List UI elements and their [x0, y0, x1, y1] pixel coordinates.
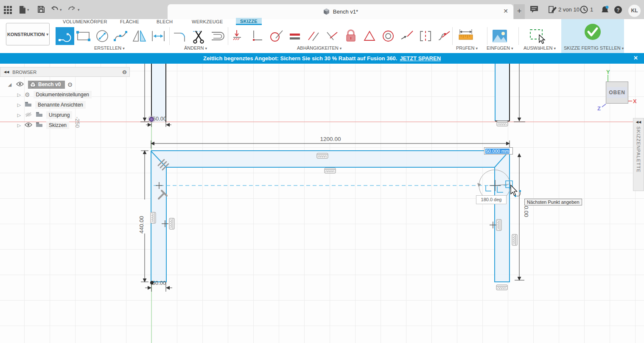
- folder-icon: [36, 122, 43, 129]
- expander-benannte-ansichten[interactable]: ▷: [16, 102, 22, 108]
- pages-count-label[interactable]: 2 von 10: [558, 6, 580, 13]
- insert-image-tool[interactable]: [490, 27, 509, 45]
- aendern-group-label[interactable]: ÄNDERN ▾: [184, 45, 207, 51]
- rectangle-tool[interactable]: [74, 27, 93, 45]
- palette-collapse-icon[interactable]: ◀◀: [636, 120, 641, 124]
- cursor-tooltip: Nächsten Punkt angeben: [524, 199, 582, 205]
- expander-dokumenteinstellungen[interactable]: ▷: [16, 92, 22, 98]
- save-icon[interactable]: [37, 6, 45, 15]
- leg-corner-point[interactable]: [150, 281, 154, 284]
- midpoint-constraint-icon[interactable]: [360, 27, 379, 45]
- skizze-fertig-stellen-button[interactable]: SKIZZE FERTIG STELLEN ▾: [561, 19, 624, 53]
- pruefen-group-label[interactable]: PRüFEN ▾: [456, 45, 478, 51]
- sketch-palette-tab[interactable]: ◀◀ SKIZZENPALETTE: [633, 118, 644, 191]
- svg-text:440.00[interactable]: 440.00: [138, 216, 145, 233]
- tab-blech[interactable]: BLECH: [157, 19, 173, 27]
- tab-volumenkoerper[interactable]: VOLUMENKÖRPER: [63, 19, 107, 27]
- axis-z-label[interactable]: Z: [597, 105, 601, 112]
- new-tab-button[interactable]: +: [514, 4, 525, 19]
- notifications-bell-icon[interactable]: [601, 6, 609, 16]
- browser-minus-icon[interactable]: ⊖: [122, 69, 127, 75]
- history-count: 1: [590, 6, 593, 13]
- root-visibility-eye-icon[interactable]: [16, 82, 24, 88]
- tree-item-ursprung[interactable]: Ursprung: [46, 111, 72, 119]
- equal-constraint-icon[interactable]: [286, 27, 304, 45]
- expander-skizzen[interactable]: ▷: [16, 123, 22, 128]
- avatar[interactable]: KL: [628, 5, 641, 17]
- browser-collapse-icon[interactable]: ◀◀: [4, 70, 9, 74]
- point-markers: [156, 180, 501, 228]
- offset-tool[interactable]: [208, 27, 227, 45]
- undo-caret[interactable]: ▾: [60, 8, 62, 12]
- upper-right-profile[interactable]: [495, 64, 510, 121]
- component-cube-icon: [30, 82, 36, 88]
- redo-icon[interactable]: [68, 6, 76, 15]
- tab-werkzeuge[interactable]: WERKZEUGE: [192, 19, 223, 27]
- tab-close-icon[interactable]: ✕: [503, 8, 508, 14]
- browser-panel: ◀◀ BROWSER ⊖ ◢ Bench v0 ⊙ ▷ ⚙ Dokumentei…: [0, 67, 130, 130]
- circle-tool[interactable]: [93, 27, 112, 45]
- document-tab[interactable]: Bench v1* ✕: [168, 4, 513, 19]
- undo-icon[interactable]: [50, 6, 59, 15]
- finish-check-icon: [584, 23, 602, 41]
- curvature-constraint-icon[interactable]: [435, 27, 454, 45]
- axis-x-label[interactable]: X: [633, 98, 637, 104]
- concentric-constraint-icon[interactable]: [379, 27, 398, 45]
- tangent-constraint-icon[interactable]: [267, 27, 286, 45]
- svg-text:1200.00[interactable]: 1200.00: [320, 136, 341, 142]
- angle-input[interactable]: 180.0 deg: [476, 195, 507, 204]
- spline-tool[interactable]: [112, 27, 130, 45]
- measure-tool[interactable]: [456, 27, 475, 45]
- activate-radio-icon[interactable]: ⊙: [67, 81, 73, 88]
- promo-link[interactable]: JETZT SPAREN: [400, 55, 441, 62]
- horizontal-vertical-constraint-icon[interactable]: [248, 27, 267, 45]
- redo-caret[interactable]: ▾: [78, 8, 80, 12]
- document-title: Bench v1*: [333, 8, 358, 15]
- upper-left-profile[interactable]: [151, 64, 166, 122]
- sketch-canvas[interactable]: -250 50.00 1200.00: [0, 64, 644, 343]
- parallel-constraint-icon[interactable]: [304, 27, 323, 45]
- comment-icon[interactable]: [530, 6, 538, 15]
- view-cube-face[interactable]: OBEN: [607, 87, 627, 98]
- select-tool[interactable]: [528, 27, 547, 45]
- abhaengigkeiten-group-label[interactable]: ABHÄNGIGKEITEN ▾: [297, 45, 342, 51]
- history-clock-icon[interactable]: [580, 6, 588, 15]
- browser-root-item[interactable]: Bench v0: [28, 81, 65, 89]
- expander-ursprung[interactable]: ▷: [16, 112, 22, 118]
- erstellen-group-label[interactable]: ERSTELLEN ▾: [94, 45, 125, 51]
- auswaehlen-group-label[interactable]: AUSWäHLEN ▾: [524, 45, 556, 51]
- konstruktion-dropdown[interactable]: KONSTRUKTION ▾: [6, 23, 50, 45]
- sketch-dimension-tool[interactable]: [149, 27, 168, 45]
- fillet-tool[interactable]: [171, 27, 190, 45]
- view-cube[interactable]: OBEN: [606, 82, 628, 104]
- origin-point[interactable]: [150, 118, 154, 121]
- perpendicular-constraint-icon[interactable]: [323, 27, 342, 45]
- line-tool[interactable]: [56, 27, 74, 45]
- banner-close-icon[interactable]: ✕: [633, 55, 638, 61]
- browser-header: ◀◀ BROWSER ⊖: [0, 67, 130, 77]
- eye-icon[interactable]: [25, 122, 32, 129]
- edit-document-icon[interactable]: [548, 6, 557, 15]
- mirror-tool[interactable]: [130, 27, 149, 45]
- axis-y-label[interactable]: Y: [606, 69, 610, 75]
- length-input[interactable]: 50.000 mm: [484, 147, 513, 155]
- file-menu-icon[interactable]: [19, 6, 26, 16]
- tab-skizze[interactable]: SKIZZE: [236, 18, 262, 25]
- tree-item-skizzen[interactable]: Skizzen: [46, 121, 69, 129]
- tree-item-benannte-ansichten[interactable]: Benannte Ansichten: [35, 101, 86, 109]
- hidden-eye-icon[interactable]: [25, 112, 32, 118]
- root-expander[interactable]: ◢: [7, 82, 13, 87]
- leg-width-dimension[interactable]: 50.00: [152, 280, 166, 286]
- collinear-constraint-icon[interactable]: [398, 27, 416, 45]
- help-icon[interactable]: ?: [614, 6, 622, 16]
- fix-constraint-icon[interactable]: [342, 27, 360, 45]
- tab-flaeche[interactable]: FLÄCHE: [120, 19, 139, 27]
- einfuegen-group-label[interactable]: EINFüGEN ▾: [487, 45, 513, 51]
- promo-banner: Zeitlich begrenztes Angebot: Sichern Sie…: [0, 53, 644, 64]
- app-grid-icon[interactable]: [3, 6, 12, 16]
- symmetry-constraint-icon[interactable]: [416, 27, 435, 45]
- file-menu-caret[interactable]: ▾: [27, 8, 29, 12]
- coincident-constraint-icon[interactable]: [230, 27, 248, 45]
- tree-item-dokumenteinstellungen[interactable]: Dokumenteinstellungen: [34, 91, 92, 98]
- trim-tool[interactable]: [190, 27, 208, 45]
